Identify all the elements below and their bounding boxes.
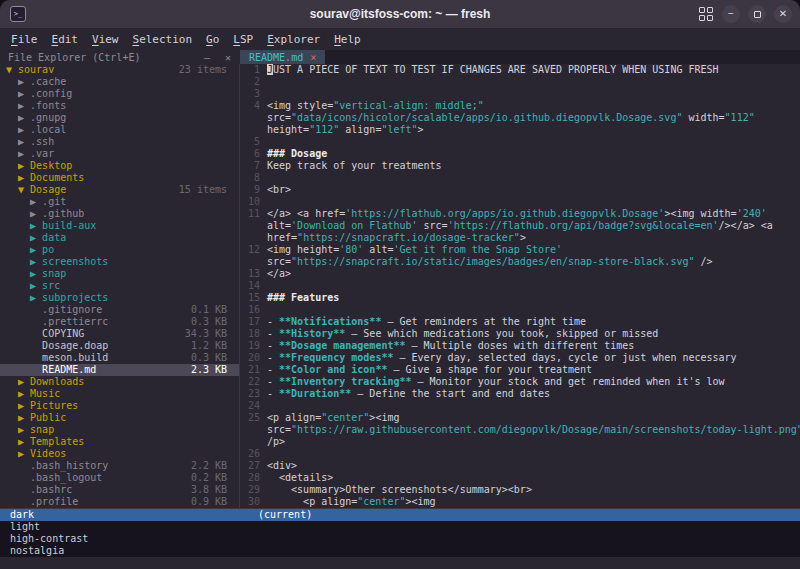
editor-row[interactable]: 13</a> (240, 268, 800, 280)
menu-item-go[interactable]: Go (199, 33, 226, 46)
tree-item-.profile[interactable]: .profile0.9 KB (0, 496, 239, 508)
editor-row[interactable]: 14 (240, 280, 800, 292)
tree-item-.github[interactable]: ▶ .github (0, 208, 239, 220)
editor-row[interactable]: 3 (240, 88, 800, 100)
editor-row[interactable]: 10 (240, 196, 800, 208)
editor-row[interactable]: 5 (240, 136, 800, 148)
menu-item-view[interactable]: View (85, 33, 126, 46)
editor-row[interactable]: 16 (240, 304, 800, 316)
editor-row[interactable]: 24 (240, 400, 800, 412)
tree-item-build-aux[interactable]: ▶ build-aux (0, 220, 239, 232)
editor-row[interactable]: 15### Features (240, 292, 800, 304)
editor-row[interactable]: 27<div> (240, 460, 800, 472)
code-token: — Give a shape for your treatment (387, 364, 592, 375)
titlebar[interactable]: >_ sourav@itsfoss-com: ~ — fresh − ✕ (0, 0, 800, 28)
tab-readme[interactable]: README.md × (240, 50, 325, 64)
theme-option-nostalgia[interactable]: nostalgia (0, 545, 800, 557)
explorer-collapse-icon[interactable]: – (204, 52, 210, 63)
close-button[interactable]: ✕ (774, 5, 792, 23)
editor-row[interactable]: 26 (240, 448, 800, 460)
editor-pane[interactable]: 1JUST A PIECE OF TEXT TO TEST IF CHANGES… (240, 64, 800, 508)
editor-row[interactable]: 12<img height='80' alt='Get it from the … (240, 244, 800, 256)
editor-row[interactable]: 20- **Frequency modes** — Every day, sel… (240, 352, 800, 364)
editor-row[interactable]: 19- **Dosage management** — Multiple dos… (240, 340, 800, 352)
tree-item-Templates[interactable]: ▶ Templates (0, 436, 239, 448)
tree-item-snap[interactable]: ▶ snap (0, 424, 239, 436)
theme-option-dark[interactable]: dark(current) (0, 509, 800, 521)
tree-item-.gitignore[interactable]: .gitignore0.1 KB (0, 304, 239, 316)
tree-item-meson.build[interactable]: meson.build0.3 KB (0, 352, 239, 364)
tree-item-.var[interactable]: ▶ .var (0, 148, 239, 160)
editor-row[interactable]: 18- **History** — See which medications … (240, 328, 800, 340)
theme-menu: dark(current)lighthigh-contrastnostalgia (0, 508, 800, 557)
menu-item-file[interactable]: File (4, 33, 45, 46)
editor-row[interactable]: 30 <p align="center"><img (240, 496, 800, 508)
tree-item-po[interactable]: ▶ po (0, 244, 239, 256)
tree-item-.git[interactable]: ▶ .git (0, 196, 239, 208)
minimize-button[interactable]: − (722, 5, 740, 23)
tree-item-data[interactable]: ▶ data (0, 232, 239, 244)
editor-row[interactable]: 22- **Inventory tracking** — Monitor you… (240, 376, 800, 388)
tree-item-sourav[interactable]: ▼ sourav23 items (0, 64, 239, 76)
editor-row[interactable]: 23- **Duration** — Define the start and … (240, 388, 800, 400)
tree-item-COPYING[interactable]: COPYING34.3 KB (0, 328, 239, 340)
tree-item-Dosage[interactable]: ▼ Dosage15 items (0, 184, 239, 196)
tree-item-Downloads[interactable]: ▶ Downloads (0, 376, 239, 388)
tree-item-src[interactable]: ▶ src (0, 280, 239, 292)
tree-item-snap[interactable]: ▶ snap (0, 268, 239, 280)
editor-row[interactable]: src="https://raw.githubusercontent.com/d… (240, 424, 800, 436)
maximize-button[interactable] (748, 5, 766, 23)
tree-item-.gnupg[interactable]: ▶ .gnupg (0, 112, 239, 124)
tree-item-.cache[interactable]: ▶ .cache (0, 76, 239, 88)
editor-row[interactable]: 7Keep track of your treatments (240, 160, 800, 172)
tree-item-.config[interactable]: ▶ .config (0, 88, 239, 100)
editor-row[interactable]: 9<br> (240, 184, 800, 196)
tree-item-Videos[interactable]: ▶ Videos (0, 448, 239, 460)
tree-item-subprojects[interactable]: ▶ subprojects (0, 292, 239, 304)
tree-item-Documents[interactable]: ▶ Documents (0, 172, 239, 184)
tree-item-README.md[interactable]: README.md2.3 KB (0, 364, 239, 376)
tab-close-icon[interactable]: × (310, 52, 316, 63)
editor-row[interactable]: 29 <summary>Other screenshots</summary><… (240, 484, 800, 496)
theme-option-high-contrast[interactable]: high-contrast (0, 533, 800, 545)
line-number: 5 (240, 136, 267, 148)
editor-row[interactable]: 1JUST A PIECE OF TEXT TO TEST IF CHANGES… (240, 64, 800, 76)
editor-row[interactable]: 21- **Color and icon** — Give a shape fo… (240, 364, 800, 376)
explorer-close-icon[interactable]: ✕ (225, 52, 231, 63)
editor-row[interactable]: 11</a> <a href='https://flathub.org/apps… (240, 208, 800, 220)
editor-row[interactable]: height="112" align="left"> (240, 124, 800, 136)
editor-row[interactable]: alt='Download on Flathub' src='https://f… (240, 220, 800, 232)
editor-row[interactable]: 4<img style="vertical-align: middle;" (240, 100, 800, 112)
editor-row[interactable]: src="https://snapcraft.io/static/images/… (240, 256, 800, 268)
tree-item-.bash_history[interactable]: .bash_history2.2 KB (0, 460, 239, 472)
menu-item-edit[interactable]: Edit (45, 33, 86, 46)
workspaces-grid-icon[interactable] (698, 6, 714, 22)
menu-item-lsp[interactable]: LSP (226, 33, 260, 46)
tree-item-.bashrc[interactable]: .bashrc3.8 KB (0, 484, 239, 496)
editor-row[interactable]: href="https://snapcraft.io/dosage-tracke… (240, 232, 800, 244)
tree-item-Public[interactable]: ▶ Public (0, 412, 239, 424)
editor-row[interactable]: 17- **Notifications** — Get reminders at… (240, 316, 800, 328)
menu-item-explorer[interactable]: Explorer (260, 33, 327, 46)
editor-row[interactable]: /p> (240, 436, 800, 448)
editor-row[interactable]: 8 (240, 172, 800, 184)
tree-item-label: ▶ Public (6, 412, 66, 424)
menu-item-help[interactable]: Help (327, 33, 368, 46)
tree-item-.bash_logout[interactable]: .bash_logout0.2 KB (0, 472, 239, 484)
editor-row[interactable]: 25<p align="center"><img (240, 412, 800, 424)
tree-item-Dosage.doap[interactable]: Dosage.doap1.2 KB (0, 340, 239, 352)
editor-row[interactable]: 2 (240, 76, 800, 88)
tree-item-.local[interactable]: ▶ .local (0, 124, 239, 136)
tree-item-.ssh[interactable]: ▶ .ssh (0, 136, 239, 148)
tree-item-Music[interactable]: ▶ Music (0, 388, 239, 400)
tree-item-Pictures[interactable]: ▶ Pictures (0, 400, 239, 412)
tree-item-screenshots[interactable]: ▶ screenshots (0, 256, 239, 268)
tree-item-Desktop[interactable]: ▶ Desktop (0, 160, 239, 172)
editor-row[interactable]: 6### Dosage (240, 148, 800, 160)
editor-row[interactable]: 28 <details> (240, 472, 800, 484)
theme-option-light[interactable]: light (0, 521, 800, 533)
menu-item-selection[interactable]: Selection (126, 33, 200, 46)
tree-item-.prettierrc[interactable]: .prettierrc0.3 KB (0, 316, 239, 328)
editor-row[interactable]: src="data/icons/hicolor/scalable/apps/io… (240, 112, 800, 124)
tree-item-.fonts[interactable]: ▶ .fonts (0, 100, 239, 112)
